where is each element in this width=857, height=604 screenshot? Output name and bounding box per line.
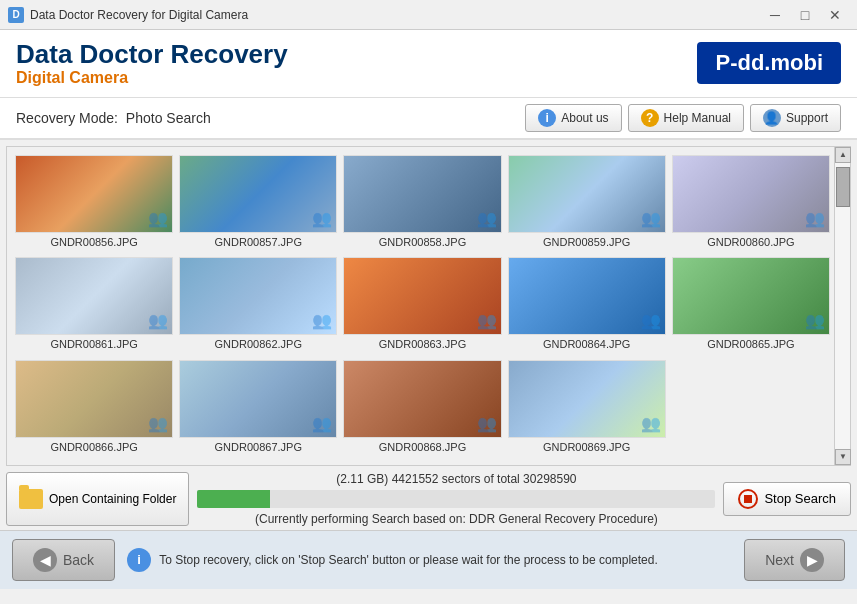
nav-buttons: i About us ? Help Manual 👤 Support — [525, 104, 841, 132]
recovery-mode-label: Recovery Mode: Photo Search — [16, 110, 211, 126]
support-icon: 👤 — [763, 109, 781, 127]
window-title: Data Doctor Recovery for Digital Camera — [30, 8, 761, 22]
photo-item[interactable]: GNDR00861.JPG — [15, 257, 173, 354]
photo-thumbnail — [343, 155, 501, 233]
photo-item[interactable]: GNDR00868.JPG — [343, 360, 501, 457]
photo-filename: GNDR00862.JPG — [215, 338, 302, 350]
photo-thumbnail — [508, 155, 666, 233]
about-button[interactable]: i About us — [525, 104, 621, 132]
photo-thumbnail — [179, 155, 337, 233]
next-arrow-icon: ▶ — [800, 548, 824, 572]
progress-bar-container — [197, 490, 715, 508]
progress-row: Open Containing Folder (2.11 GB) 4421552… — [6, 472, 851, 526]
stop-search-button[interactable]: Stop Search — [723, 482, 851, 516]
open-folder-button[interactable]: Open Containing Folder — [6, 472, 189, 526]
photo-item[interactable]: GNDR00866.JPG — [15, 360, 173, 457]
photo-item[interactable]: GNDR00864.JPG — [508, 257, 666, 354]
progress-status-text: (Currently performing Search based on: D… — [197, 512, 715, 526]
help-button[interactable]: ? Help Manual — [628, 104, 744, 132]
app-icon-letter: D — [12, 9, 19, 20]
stop-square — [744, 495, 752, 503]
photo-thumbnail — [15, 257, 173, 335]
photo-item[interactable]: GNDR00867.JPG — [179, 360, 337, 457]
scroll-thumb[interactable] — [836, 167, 850, 207]
photo-filename: GNDR00867.JPG — [215, 441, 302, 453]
photo-grid: GNDR00856.JPGGNDR00857.JPGGNDR00858.JPGG… — [7, 147, 850, 465]
support-button[interactable]: 👤 Support — [750, 104, 841, 132]
photo-filename: GNDR00863.JPG — [379, 338, 466, 350]
photo-item[interactable]: GNDR00865.JPG — [672, 257, 830, 354]
photo-thumbnail — [672, 155, 830, 233]
mode-value: Photo Search — [126, 110, 211, 126]
brand: Data Doctor Recovery Digital Camera — [16, 40, 288, 87]
photo-thumbnail — [508, 360, 666, 438]
photo-thumbnail — [179, 257, 337, 335]
back-button[interactable]: ◀ Back — [12, 539, 115, 581]
photo-item[interactable]: GNDR00857.JPG — [179, 155, 337, 252]
bottombar: ◀ Back i To Stop recovery, click on 'Sto… — [0, 530, 857, 589]
progress-size-text: (2.11 GB) 4421552 sectors of total 30298… — [197, 472, 715, 486]
photo-thumbnail — [15, 360, 173, 438]
maximize-button[interactable]: □ — [791, 4, 819, 26]
stop-icon — [738, 489, 758, 509]
close-button[interactable]: ✕ — [821, 4, 849, 26]
photo-thumbnail — [672, 257, 830, 335]
back-arrow-icon: ◀ — [33, 548, 57, 572]
photo-filename: GNDR00859.JPG — [543, 236, 630, 248]
photo-thumbnail — [508, 257, 666, 335]
progress-bar — [197, 490, 270, 508]
photo-item[interactable]: GNDR00869.JPG — [508, 360, 666, 457]
about-icon: i — [538, 109, 556, 127]
bottom-info-icon: i — [127, 548, 151, 572]
scrollbar[interactable]: ▲ ▼ — [834, 147, 850, 465]
bottom-info: i To Stop recovery, click on 'Stop Searc… — [127, 548, 732, 572]
scroll-down-arrow[interactable]: ▼ — [835, 449, 851, 465]
photo-item[interactable]: GNDR00862.JPG — [179, 257, 337, 354]
progress-content: (2.11 GB) 4421552 sectors of total 30298… — [197, 472, 715, 526]
photo-item[interactable]: GNDR00860.JPG — [672, 155, 830, 252]
help-icon: ? — [641, 109, 659, 127]
folder-icon — [19, 489, 43, 509]
photo-item[interactable]: GNDR00858.JPG — [343, 155, 501, 252]
app-icon: D — [8, 7, 24, 23]
titlebar: D Data Doctor Recovery for Digital Camer… — [0, 0, 857, 30]
photo-item[interactable]: GNDR00856.JPG — [15, 155, 173, 252]
photo-filename: GNDR00860.JPG — [707, 236, 794, 248]
photo-filename: GNDR00856.JPG — [50, 236, 137, 248]
photo-filename: GNDR00858.JPG — [379, 236, 466, 248]
bottom-info-text: To Stop recovery, click on 'Stop Search'… — [159, 553, 658, 567]
brand-title: Data Doctor Recovery — [16, 40, 288, 69]
header: Data Doctor Recovery Digital Camera P-dd… — [0, 30, 857, 98]
next-button[interactable]: Next ▶ — [744, 539, 845, 581]
scroll-up-arrow[interactable]: ▲ — [835, 147, 851, 163]
photo-filename: GNDR00869.JPG — [543, 441, 630, 453]
window-controls: ─ □ ✕ — [761, 4, 849, 26]
photo-filename: GNDR00864.JPG — [543, 338, 630, 350]
photo-filename: GNDR00861.JPG — [50, 338, 137, 350]
photo-thumbnail — [343, 360, 501, 438]
brand-logo: P-dd.mobi — [697, 42, 841, 84]
photo-grid-wrapper: GNDR00856.JPGGNDR00857.JPGGNDR00858.JPGG… — [6, 146, 851, 466]
minimize-button[interactable]: ─ — [761, 4, 789, 26]
photo-filename: GNDR00868.JPG — [379, 441, 466, 453]
navbar: Recovery Mode: Photo Search i About us ?… — [0, 98, 857, 140]
photo-thumbnail — [343, 257, 501, 335]
photo-thumbnail — [15, 155, 173, 233]
photo-item[interactable]: GNDR00859.JPG — [508, 155, 666, 252]
brand-subtitle: Digital Camera — [16, 69, 288, 87]
photo-item[interactable]: GNDR00863.JPG — [343, 257, 501, 354]
photo-thumbnail — [179, 360, 337, 438]
photo-filename: GNDR00857.JPG — [215, 236, 302, 248]
photo-filename: GNDR00865.JPG — [707, 338, 794, 350]
photo-filename: GNDR00866.JPG — [50, 441, 137, 453]
